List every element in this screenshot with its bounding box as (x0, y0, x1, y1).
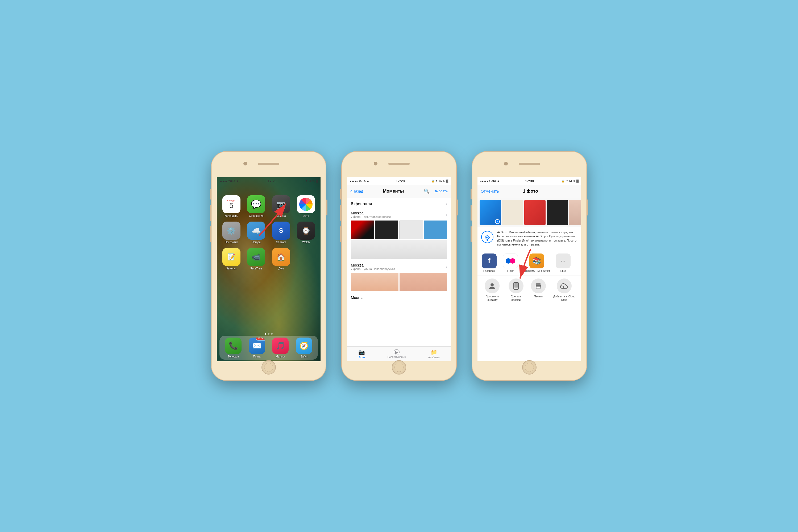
phone-call-icon: 📞 (229, 341, 238, 350)
volume-up-button[interactable] (210, 205, 211, 221)
photo-thumb-snow[interactable] (351, 240, 447, 259)
app-weather-label: Погода (252, 241, 261, 244)
preview-thumb-1[interactable]: ✓ (480, 200, 501, 225)
app-notes[interactable]: 📝 Заметки (221, 248, 242, 270)
share-sheet-screen: ●●●●● YOTA ▲ 17:38 ↑ 🔒 ✦ 51 % ▓ Отменить… (477, 177, 581, 361)
svg-rect-7 (514, 283, 518, 288)
back-button[interactable]: ‹ Назад (350, 188, 363, 194)
share-more[interactable]: ··· Еще (555, 253, 572, 272)
icloud-icon (557, 279, 572, 293)
mute-button-2[interactable] (340, 189, 341, 200)
status-bar: ●●●●● YOTA ▲ 17:26 ✦ 55 % ▓ (217, 177, 321, 185)
photos-tab-icon: 📷 (358, 349, 365, 355)
airdrop-description: AirDrop. Мгновенный обмен данными с теми… (497, 230, 578, 247)
watch-icon: ⌚ (302, 227, 310, 235)
app-shazam[interactable]: S Shazam (271, 222, 291, 244)
app-photos[interactable]: Фото (296, 195, 317, 217)
phone-camera-3 (504, 162, 508, 166)
tab-albums[interactable]: 📁 Альбомы (428, 349, 440, 359)
share-ibooks[interactable]: 📚 Сохранить PDF в iBooks (523, 253, 550, 272)
power-button[interactable] (326, 200, 327, 215)
volume-down-button[interactable] (210, 226, 211, 242)
safari-icon: 🧭 (299, 341, 308, 350)
action-wallpaper[interactable]: Сделать обоями (506, 279, 526, 302)
phone-1: ●●●●● YOTA ▲ 17:26 ✦ 55 % ▓ среда 5 (211, 152, 326, 380)
photo-thumb-vr[interactable] (351, 221, 374, 239)
photo-thumb-text[interactable] (399, 221, 423, 239)
mail-badge: 25 340 (256, 338, 265, 341)
share-flickr[interactable]: Flickr (502, 253, 519, 272)
app-watch[interactable]: ⌚ Watch (296, 222, 317, 244)
time-display: 17:26 (268, 179, 277, 183)
phone-speaker (258, 163, 279, 165)
contact-icon (484, 279, 499, 293)
dock-mail[interactable]: ✉️ 25 340 Почта (249, 338, 265, 358)
action-contact[interactable]: Присвоить контакту (481, 279, 504, 302)
app-facetime[interactable]: 📹 FaceTime (246, 248, 267, 270)
app-shazam-label: Shazam (276, 241, 286, 244)
photo-thumb-phones-2[interactable] (400, 273, 447, 291)
facetime-icon: 📹 (252, 253, 261, 261)
albums-tab-label: Альбомы (428, 356, 440, 359)
phone-3: ●●●●● YOTA ▲ 17:38 ↑ 🔒 ✦ 51 % ▓ Отменить… (472, 152, 587, 380)
photo-thumb-iphone[interactable] (375, 221, 398, 239)
wifi-icon-3: ▲ (497, 179, 500, 183)
photo-row-2 (351, 240, 447, 259)
power-button-2[interactable] (457, 200, 458, 215)
cancel-button[interactable]: Отменить (481, 189, 499, 193)
volume-up-button-3[interactable] (471, 205, 472, 221)
battery-icon-3: ▓ (576, 179, 578, 183)
share-title: 1 фото (523, 189, 538, 194)
tab-memories[interactable]: ▶ Воспоминания (387, 349, 406, 359)
search-button[interactable]: 🔍 (424, 188, 430, 194)
svg-point-2 (487, 239, 488, 241)
app-home[interactable]: 🏠 Дом (271, 248, 291, 270)
section-6feb: 6 февраля (351, 201, 447, 207)
app-settings[interactable]: ⚙️ Настройки (221, 222, 242, 244)
action-print[interactable]: Печать (528, 279, 549, 298)
app-home-label: Дом (279, 267, 284, 270)
power-button-3[interactable] (587, 200, 588, 215)
app-calendar[interactable]: среда 5 Календарь (221, 195, 242, 217)
mute-button-3[interactable] (471, 189, 472, 200)
dock-safari[interactable]: 🧭 Safari (296, 338, 312, 358)
volume-up-button-2[interactable] (340, 205, 341, 221)
volume-down-button-3[interactable] (471, 226, 472, 242)
more-label: Еще (560, 269, 566, 272)
bluetooth-icon: ✦ (305, 179, 307, 183)
facebook-label: Facebook (483, 269, 495, 272)
battery-text-3: 51 % (569, 179, 575, 183)
city-label-3: Москва (351, 296, 447, 300)
preview-thumb-2[interactable] (502, 200, 523, 225)
photo-thumb-phones-1[interactable] (351, 273, 398, 291)
action-icloud[interactable]: Добавить в iCloud Drive (551, 279, 578, 302)
ibooks-icon: 📚 (529, 253, 544, 268)
share-facebook[interactable]: f Facebook (481, 253, 498, 272)
home-button-2[interactable] (392, 360, 406, 375)
tab-photos[interactable]: 📷 Фото (358, 349, 365, 359)
section-moscow-1: Москва 7 февр. · Дмитровское шоссе (351, 211, 447, 259)
select-button[interactable]: Выбрать (434, 189, 448, 193)
dock-music[interactable]: 🎵 Музыка (272, 338, 289, 358)
volume-down-button-2[interactable] (340, 226, 341, 242)
print-label: Печать (534, 295, 543, 298)
app-messages[interactable]: 💬 Сообщения (246, 195, 267, 217)
airdrop-section: AirDrop. Мгновенный обмен данными с теми… (477, 227, 581, 250)
home-button[interactable] (262, 360, 276, 375)
photos-nav-bar: ‹ Назад Моменты 🔍 Выбрать (347, 185, 451, 198)
preview-thumb-4[interactable] (547, 200, 568, 225)
photo-thumb-blue[interactable] (424, 221, 447, 239)
flickr-icon (503, 253, 518, 268)
app-weather[interactable]: ☁️ Погода (246, 222, 267, 244)
dock-phone[interactable]: 📞 Телефон (225, 338, 242, 358)
page-indicator (217, 333, 321, 335)
home-button-3[interactable] (522, 360, 536, 375)
chevron-icon-2 (445, 212, 447, 217)
app-camera[interactable]: 📷 Камера (271, 195, 291, 217)
preview-thumb-5[interactable] (569, 200, 581, 225)
mute-button[interactable] (210, 189, 211, 200)
preview-thumb-3[interactable] (524, 200, 546, 225)
svg-point-4 (510, 258, 515, 264)
photos-content[interactable]: 6 февраля Москва 7 февр. · Дмитровское ш… (347, 198, 451, 346)
section-header-date: 6 февраля (351, 201, 447, 207)
